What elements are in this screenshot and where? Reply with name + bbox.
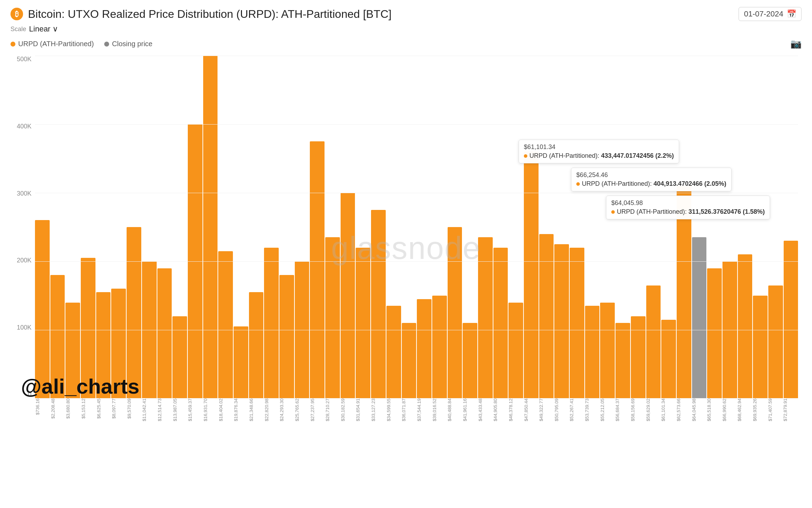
bar [631,316,646,398]
bar [386,306,401,398]
bar-wrap [341,56,355,398]
x-label: $27,237.95 [310,398,325,423]
bar-wrap [96,56,111,398]
bar [264,248,279,398]
page-title: Bitcoin: UTXO Realized Price Distributio… [28,8,392,21]
legend-row: URPD (ATH-Partitioned) Closing price 📷 [10,38,802,49]
scale-value: Linear [29,24,50,34]
grid-line-200k [35,261,798,262]
bar-wrap [50,56,65,398]
bar-wrap [402,56,416,398]
bar-wrap [81,56,95,398]
bar-wrap [768,56,783,398]
grid-line-500k [35,56,798,56]
bar-wrap [325,56,340,398]
x-label: $5,153.12 [81,398,96,420]
x-label: $49,322.77 [539,398,554,423]
y-label-300k: 300K [17,190,31,197]
title-area: ₿ Bitcoin: UTXO Realized Price Distribut… [10,8,392,21]
bar-wrap [646,56,661,398]
bar-wrap [386,56,401,398]
legend-item-closing: Closing price [104,40,152,48]
x-label: $25,765.62 [294,398,310,423]
bar-wrap [279,56,294,398]
bar [341,193,355,398]
bar-wrap [524,56,539,398]
x-label: $16,931.70 [203,398,218,423]
bar-wrap [539,56,554,398]
x-label: $8,097.77 [111,398,127,420]
tooltip-3-value: URPD (ATH-Partitioned): 311,526.37620476… [611,208,765,216]
bar-wrap [585,56,600,398]
bar-wrap [371,56,386,398]
bar [371,210,386,398]
bar [784,241,798,398]
x-label: $13,987.05 [172,398,188,423]
x-label: $66,990.62 [722,398,737,423]
bar-wrap [249,56,264,398]
x-label: $68,462.94 [737,398,752,423]
bar [249,292,264,398]
y-label-500k: 500K [17,56,31,63]
scale-label: Scale [10,26,26,33]
x-label: $59,629.02 [646,398,661,423]
x-label: $65,518.30 [706,398,722,423]
bar-wrap [295,56,309,398]
legend-dot-orange [10,42,15,47]
bar-wrap [661,56,676,398]
x-label: $58,156.69 [630,398,646,423]
tooltip-3: $64,045.98 URPD (ATH-Partitioned): 311,5… [606,196,770,219]
x-label: $24,293.30 [279,398,294,423]
tooltip-1-price: $61,101.34 [524,143,674,151]
bar-wrap [218,56,233,398]
chart-area: glassnode @ali_charts 500K 400K 300K 200… [10,56,802,440]
bar [310,141,325,398]
scale-row: Scale Linear ∨ [10,24,802,34]
bar [753,296,768,398]
x-label: $736.16 [35,398,50,416]
tooltip-2: $66,254.46 URPD (ATH-Partitioned): 404,9… [571,168,732,191]
camera-icon[interactable]: 📷 [790,38,802,49]
tooltip-3-label: URPD (ATH-Partitioned): 311,526.37620476… [617,208,765,216]
bar-wrap [448,56,462,398]
date-pill[interactable]: 01-07-2024 📅 [739,7,802,21]
bar-wrap [417,56,432,398]
bar [646,285,661,398]
bar-wrap [508,56,523,398]
tooltip-2-value: URPD (ATH-Partitioned): 404,913.4702466 … [576,180,726,188]
bar-wrap [127,56,141,398]
x-label: $43,433.48 [478,398,493,423]
tooltip-1-value: URPD (ATH-Partitioned): 433,447.01742456… [524,152,674,160]
x-label: $18,404.02 [218,398,234,423]
x-label: $41,961.16 [462,398,478,423]
bar [524,151,539,398]
bar [539,234,554,398]
bar [402,323,416,398]
scale-dropdown[interactable]: Linear ∨ [29,24,58,34]
bar [356,248,370,398]
bar [35,220,50,398]
x-label: $46,378.12 [508,398,523,423]
tooltip-3-dot [611,210,615,214]
tooltip-2-dot [576,182,580,186]
bar [738,254,753,398]
x-label: $33,127.23 [371,398,386,423]
bar-wrap [707,56,722,398]
bar [127,227,141,398]
bar-wrap [615,56,630,398]
x-label: $47,850.44 [523,398,539,423]
bar-wrap [677,56,691,398]
x-label: $50,795.09 [554,398,569,423]
x-label: $19,876.34 [233,398,249,423]
y-label-100k: 100K [17,324,31,331]
x-label: $12,514.73 [157,398,172,423]
bar-wrap [753,56,768,398]
x-label: $52,267.41 [569,398,584,423]
x-label: $3,680.80 [65,398,81,420]
bar [554,244,569,398]
bar-wrap [172,56,187,398]
y-axis: 500K 400K 300K 200K 100K 0 [10,56,35,398]
x-label: $36,071.87 [401,398,416,423]
tooltip-1: $61,101.34 URPD (ATH-Partitioned): 433,4… [519,140,679,163]
ali-watermark: @ali_charts [21,374,140,398]
